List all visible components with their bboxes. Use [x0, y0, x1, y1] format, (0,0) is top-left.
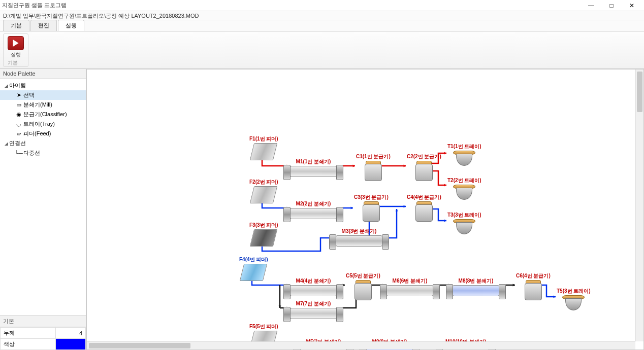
diagram-canvas[interactable]: F1(1번 피더)M1(1번 분쇄기)C1(1번 분급기)C2(2번 분급기)T…	[87, 69, 643, 349]
node-M8[interactable]: M8(8번 분쇄기)	[453, 277, 499, 296]
color-swatch[interactable]	[55, 339, 85, 350]
expand-icon: ◢	[3, 141, 9, 146]
palette-item-다중선[interactable]: └─다중선	[0, 148, 86, 158]
tree-group-아이템[interactable]: ◢아이템	[0, 81, 86, 90]
node-C6[interactable]: C6(4번 분급기)	[516, 272, 551, 300]
node-label: M7(7번 분쇄기)	[296, 300, 331, 307]
node-C2[interactable]: C2(2번 분급기)	[407, 153, 441, 181]
arrowhead-icon	[554, 296, 556, 298]
node-label: C1(1번 분급기)	[356, 153, 391, 160]
left-panel: Node Palette ◢아이템➤선택▭분쇄기(Mill)◉분급기(Class…	[0, 69, 86, 350]
tab-실행[interactable]: 실행	[58, 20, 84, 31]
mill-icon	[387, 285, 433, 296]
node-T3[interactable]: T3(3번 트레이)	[447, 212, 481, 234]
palette-item-피더(Feed)[interactable]: ▱피더(Feed)	[0, 129, 86, 138]
palette-title: Node Palette	[0, 69, 86, 79]
palette-item-분쇄기(Mill)[interactable]: ▭분쇄기(Mill)	[0, 100, 86, 110]
node-M4[interactable]: M4(4번 분쇄기)	[290, 277, 337, 296]
node-label: M2(2번 분쇄기)	[296, 200, 331, 207]
window-title: 지질연구원 샘플 프로그램	[2, 2, 581, 9]
vertical-scrollbar[interactable]	[635, 69, 643, 341]
arrowhead-icon	[513, 284, 515, 287]
node-M7[interactable]: M7(7번 분쇄기)	[290, 300, 337, 319]
node-label: M8(8번 분쇄기)	[459, 277, 494, 285]
wire	[389, 209, 397, 238]
mill-icon	[290, 308, 337, 319]
tree-group-연결선[interactable]: ◢연결선	[0, 138, 86, 148]
tray-icon	[453, 151, 475, 166]
node-label: M3(3번 분쇄기)	[342, 228, 377, 235]
node-M1[interactable]: M1(1번 분쇄기)	[290, 158, 337, 177]
node-label: M4(4번 분쇄기)	[296, 277, 331, 285]
classifier-icon	[363, 161, 384, 181]
arrowhead-icon	[396, 209, 398, 211]
mill-icon: ▭	[14, 101, 23, 108]
horizontal-scrollbar[interactable]	[87, 341, 635, 349]
node-M3[interactable]: M3(3번 분쇄기)	[336, 228, 382, 247]
minimize-button[interactable]: —	[581, 1, 601, 11]
node-F1[interactable]: F1(1번 피더)	[249, 135, 278, 160]
window-titlebar: 지질연구원 샘플 프로그램 — □ ✕	[0, 0, 644, 11]
node-palette-tree: ◢아이템➤선택▭분쇄기(Mill)◉분급기(Classifier)◡트레이(Tr…	[0, 79, 86, 160]
arrowhead-icon	[444, 152, 446, 155]
feeder-icon	[250, 229, 277, 247]
scrollbar-thumb[interactable]	[637, 72, 642, 112]
mill-icon	[453, 285, 499, 296]
expand-icon: ◢	[3, 83, 9, 88]
palette-item-트레이(Tray)[interactable]: ◡트레이(Tray)	[0, 119, 86, 129]
node-C1[interactable]: C1(1번 분급기)	[356, 153, 391, 181]
palette-item-선택[interactable]: ➤선택	[0, 90, 86, 100]
node-label: C5(5번 분급기)	[346, 272, 380, 279]
mill-icon	[290, 285, 337, 296]
mill-icon	[336, 235, 382, 247]
arrowhead-icon	[444, 184, 446, 187]
property-grid-title: 기본	[0, 316, 86, 327]
maximize-button[interactable]: □	[601, 1, 622, 11]
arrowhead-icon	[404, 165, 406, 167]
node-M6[interactable]: M6(6번 분쇄기)	[387, 277, 433, 296]
node-F3[interactable]: F3(3번 피더)	[249, 222, 278, 247]
property-row-두께[interactable]: 두께4	[1, 328, 86, 339]
tray-icon	[562, 295, 585, 310]
node-label: F1(1번 피더)	[249, 135, 278, 143]
node-label: F2(2번 피더)	[249, 179, 278, 186]
node-T2[interactable]: T2(2번 트레이)	[447, 177, 481, 200]
property-grid: 기본 두께4색상	[0, 316, 86, 350]
node-label: C2(2번 분급기)	[407, 153, 441, 160]
file-path-bar: D:\개발 업무\한국지질연구원\포트폴리오\공정 예상 LAYOUT2_201…	[0, 11, 644, 20]
node-F2[interactable]: F2(2번 피더)	[249, 179, 278, 203]
node-F4[interactable]: F4(4번 피더)	[239, 256, 268, 281]
node-T1[interactable]: T1(1번 트레이)	[447, 143, 481, 166]
node-M2[interactable]: M2(2번 분쇄기)	[290, 200, 337, 219]
node-label: F4(4번 피더)	[239, 256, 268, 263]
ribbon-group-label: 기본	[8, 59, 18, 66]
run-button[interactable]	[8, 36, 24, 50]
tray-icon	[453, 185, 475, 200]
classifier-icon: ◉	[14, 111, 23, 118]
play-icon	[12, 40, 19, 47]
property-row-색상[interactable]: 색상	[1, 339, 86, 350]
node-C4[interactable]: C4(4번 분급기)	[407, 194, 441, 222]
node-C3[interactable]: C3(3번 분급기)	[354, 194, 389, 222]
arrowhead-icon	[351, 207, 353, 209]
tab-편집[interactable]: 편집	[30, 20, 57, 31]
close-button[interactable]: ✕	[622, 1, 642, 11]
node-C5[interactable]: C5(5번 분급기)	[346, 272, 380, 300]
scrollbar-thumb[interactable]	[89, 343, 190, 348]
node-T5[interactable]: T5(3번 트레이)	[557, 288, 591, 310]
ribbon: 실행 기본	[0, 31, 644, 69]
node-label: T3(3번 트레이)	[447, 212, 481, 219]
mill-icon	[290, 166, 337, 177]
node-label: T1(1번 트레이)	[447, 143, 481, 150]
classifier-icon	[413, 201, 435, 222]
tab-기본[interactable]: 기본	[3, 20, 29, 31]
ribbon-tabs: 기본편집실행	[0, 20, 644, 31]
canvas-area[interactable]: F1(1번 피더)M1(1번 분쇄기)C1(1번 분급기)C2(2번 분급기)T…	[86, 69, 644, 350]
classifier-icon	[361, 201, 382, 222]
tray-icon: ◡	[14, 121, 23, 127]
classifier-icon	[352, 280, 374, 300]
palette-item-분급기(Classifier)[interactable]: ◉분급기(Classifier)	[0, 110, 86, 119]
feeder-icon	[250, 186, 277, 203]
arrowhead-icon	[353, 165, 355, 167]
cursor-icon: ➤	[14, 92, 23, 98]
